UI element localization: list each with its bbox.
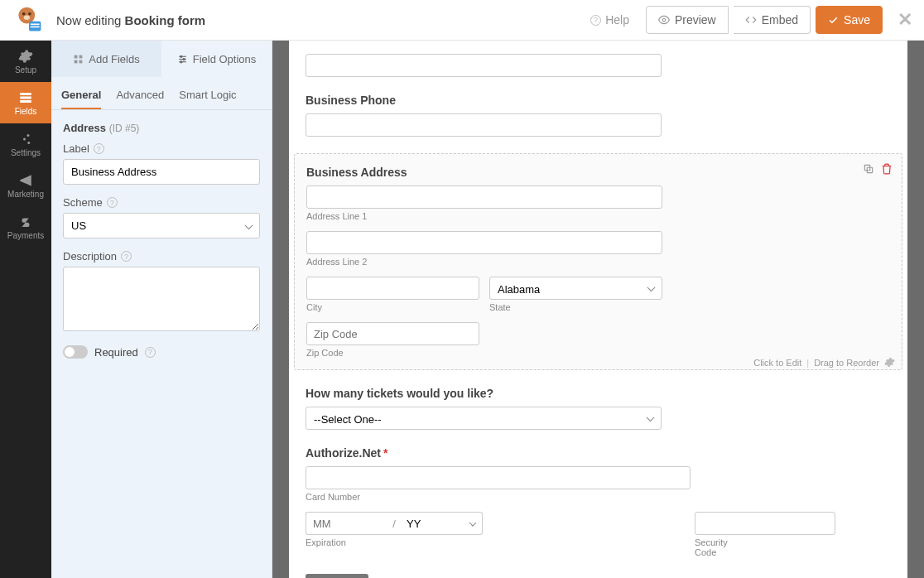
security-code-sublabel: Security Code xyxy=(695,537,744,557)
help-icon[interactable]: ? xyxy=(121,251,132,262)
zip-sublabel: Zip Code xyxy=(306,348,479,358)
state-sublabel: State xyxy=(489,302,662,312)
row-description: Description? xyxy=(63,250,260,334)
tab-add-fields[interactable]: Add Fields xyxy=(51,41,161,77)
svg-rect-10 xyxy=(20,100,31,103)
svg-rect-5 xyxy=(31,24,40,26)
address-line2-input[interactable] xyxy=(306,231,662,254)
tickets-label: How many tickets would you like? xyxy=(306,387,891,400)
sliders-icon xyxy=(177,54,188,65)
card-number-input[interactable] xyxy=(306,466,691,489)
sub-tab-smart-logic[interactable]: Smart Logic xyxy=(179,82,236,109)
nav-payments[interactable]: Payments xyxy=(0,206,51,248)
side-panel: Add Fields Field Options General Advance… xyxy=(51,41,272,578)
description-label: Description? xyxy=(63,250,260,263)
panel-tabs: Add Fields Field Options xyxy=(51,41,272,77)
scheme-select[interactable]: US xyxy=(63,213,260,238)
svg-point-12 xyxy=(23,137,26,140)
dollar-icon xyxy=(18,214,33,229)
svg-point-11 xyxy=(27,134,30,137)
field-header: Address (ID #5) xyxy=(63,122,260,134)
nav-setup[interactable]: Setup xyxy=(0,41,51,82)
city-input[interactable] xyxy=(306,277,479,300)
field-business-address[interactable]: Business Address Address Line 1 Address … xyxy=(294,153,902,370)
address-line1-sublabel: Address Line 1 xyxy=(306,211,662,221)
help-icon[interactable]: ? xyxy=(107,197,118,208)
save-button[interactable]: Save xyxy=(816,6,883,34)
tickets-select[interactable]: --Select One-- xyxy=(306,407,662,430)
duplicate-icon[interactable] xyxy=(862,162,875,176)
svg-point-3 xyxy=(24,16,30,20)
tab-field-options[interactable]: Field Options xyxy=(161,41,272,77)
address-line1-input[interactable] xyxy=(306,185,662,209)
svg-point-2 xyxy=(28,12,31,16)
nav-settings[interactable]: Settings xyxy=(0,123,51,165)
preview-embed-group: Preview Embed xyxy=(641,6,811,34)
top-bar: Now editing Booking form ? Help Preview … xyxy=(0,0,924,41)
expiration-mm-input[interactable] xyxy=(306,512,388,535)
sub-tab-general[interactable]: General xyxy=(61,82,101,109)
eye-icon xyxy=(658,14,670,26)
svg-rect-15 xyxy=(79,55,83,58)
svg-point-0 xyxy=(18,7,35,24)
zip-input[interactable] xyxy=(306,322,479,345)
sub-tab-advanced[interactable]: Advanced xyxy=(116,82,164,109)
preview-button[interactable]: Preview xyxy=(646,6,729,34)
row-label: Label? xyxy=(63,142,260,185)
phone-input[interactable] xyxy=(306,113,662,137)
form-preview: Business Phone Business Address Address … xyxy=(289,41,907,578)
megaphone-icon xyxy=(18,173,33,188)
description-textarea[interactable] xyxy=(63,267,260,331)
page-title: Now editing Booking form xyxy=(56,13,205,27)
embed-button[interactable]: Embed xyxy=(734,6,811,34)
authorize-label: Authorize.Net* xyxy=(306,446,891,460)
svg-rect-6 xyxy=(31,26,40,28)
state-select[interactable]: Alabama xyxy=(489,277,662,300)
logo xyxy=(12,5,46,35)
help-link[interactable]: ? Help xyxy=(590,13,629,26)
nav-marketing[interactable]: Marketing xyxy=(0,165,51,206)
svg-rect-16 xyxy=(75,60,78,63)
nav-fields[interactable]: Fields xyxy=(0,82,51,123)
gear-icon xyxy=(18,49,33,64)
field-authorize-net[interactable]: Authorize.Net* Card Number / YY Expirati… xyxy=(306,446,891,557)
sub-tabs: General Advanced Smart Logic xyxy=(51,77,272,110)
submit-button[interactable]: Submit xyxy=(306,574,368,578)
fields-icon xyxy=(18,90,33,105)
row-required: Required ? xyxy=(63,345,260,359)
code-icon xyxy=(745,14,757,26)
city-sublabel: City xyxy=(306,302,479,312)
svg-point-7 xyxy=(662,18,666,22)
help-icon[interactable]: ? xyxy=(145,347,156,358)
field-empty-top[interactable] xyxy=(306,54,891,77)
security-code-input[interactable] xyxy=(695,512,835,535)
gear-icon[interactable] xyxy=(884,357,895,368)
address-label: Business Address xyxy=(306,166,890,179)
close-button[interactable]: ✕ xyxy=(898,9,912,31)
sliders-icon xyxy=(18,132,33,147)
selection-footer: Click to Edit | Drag to Reorder xyxy=(753,357,895,368)
svg-point-1 xyxy=(22,12,26,16)
label-label: Label? xyxy=(63,142,260,155)
scheme-label: Scheme? xyxy=(63,196,260,209)
help-icon: ? xyxy=(590,15,601,26)
panel-body: Address (ID #5) Label? Scheme? US Descri… xyxy=(51,110,272,578)
svg-rect-8 xyxy=(20,93,31,95)
address-line2-sublabel: Address Line 2 xyxy=(306,257,662,267)
click-to-edit: Click to Edit xyxy=(753,358,801,368)
required-toggle[interactable] xyxy=(63,345,88,359)
field-tickets[interactable]: How many tickets would you like? --Selec… xyxy=(306,387,891,430)
field-business-phone[interactable]: Business Phone xyxy=(306,94,891,137)
row-scheme: Scheme? US xyxy=(63,196,260,238)
left-nav: Setup Fields Settings Marketing Payments xyxy=(0,41,51,578)
svg-rect-9 xyxy=(20,96,31,99)
expiration-separator: / xyxy=(388,512,400,535)
expiration-yy-select[interactable]: YY xyxy=(400,512,483,535)
label-input[interactable] xyxy=(63,159,260,185)
delete-icon[interactable] xyxy=(880,162,893,176)
help-icon[interactable]: ? xyxy=(94,143,104,154)
svg-point-22 xyxy=(183,58,185,60)
svg-point-21 xyxy=(180,55,181,57)
first-input[interactable] xyxy=(306,54,662,77)
drag-to-reorder: Drag to Reorder xyxy=(814,358,879,368)
